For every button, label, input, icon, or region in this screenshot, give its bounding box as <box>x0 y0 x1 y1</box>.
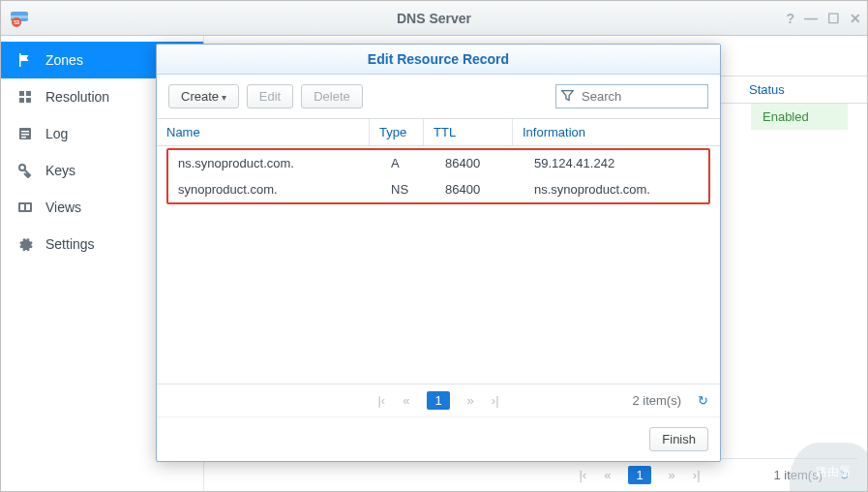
svg-rect-14 <box>20 204 24 210</box>
main-pager: |‹ « 1 » ›| 1 item(s) ↻ <box>422 458 857 485</box>
pager-last-icon[interactable]: ›| <box>492 393 499 408</box>
column-name[interactable]: Name <box>157 119 370 145</box>
pager-item-count: 1 item(s) <box>773 468 823 482</box>
svg-rect-6 <box>19 98 24 103</box>
pager-first-icon[interactable]: |‹ <box>377 393 385 408</box>
column-information[interactable]: Information <box>513 119 720 145</box>
edit-button[interactable]: Edit <box>247 84 293 108</box>
dialog-title: Edit Resource Record <box>157 45 720 75</box>
dialog-pager: |‹ « 1 » ›| 2 item(s) ↻ <box>157 384 720 416</box>
pager-item-count: 2 item(s) <box>632 393 681 408</box>
dialog-footer: Finish <box>157 416 720 461</box>
pager-current-page[interactable]: 1 <box>628 466 650 484</box>
gear-icon <box>16 235 34 253</box>
maximize-button[interactable]: ☐ <box>827 11 840 26</box>
minimize-button[interactable]: — <box>804 11 818 26</box>
pager-prev-icon[interactable]: « <box>604 468 611 482</box>
filter-icon <box>561 88 574 106</box>
dialog-toolbar: Create Edit Delete <box>157 75 720 118</box>
log-icon <box>16 125 34 142</box>
column-type[interactable]: Type <box>370 119 424 145</box>
delete-button[interactable]: Delete <box>301 84 363 108</box>
app-icon: 53 <box>9 8 30 29</box>
sidebar-item-label: Views <box>45 200 81 215</box>
pager-prev-icon[interactable]: « <box>403 393 409 408</box>
pager-current-page[interactable]: 1 <box>427 391 449 410</box>
window-title: DNS Server <box>1 11 867 26</box>
create-dropdown-button[interactable]: Create <box>168 84 239 108</box>
app-window: 53 DNS Server ? — ☐ ✕ Zones Resolution L… <box>0 0 868 492</box>
finish-button[interactable]: Finish <box>649 427 708 451</box>
svg-rect-7 <box>26 98 31 103</box>
status-cell: Enabled <box>751 104 848 130</box>
table-row[interactable]: synoproduct.com. NS 86400 ns.synoproduct… <box>168 176 708 202</box>
refresh-icon[interactable]: ↻ <box>698 393 708 408</box>
records-table: Name Type TTL Information ns.synoproduct… <box>157 118 720 384</box>
svg-rect-4 <box>19 91 24 96</box>
sidebar-item-label: Keys <box>45 163 75 178</box>
views-icon <box>16 199 34 216</box>
sidebar-item-label: Settings <box>45 236 95 252</box>
svg-rect-15 <box>26 204 30 210</box>
search-input[interactable] <box>555 84 708 108</box>
refresh-icon[interactable]: ↻ <box>839 468 850 482</box>
column-status[interactable]: Status <box>737 82 834 97</box>
svg-rect-5 <box>26 91 31 96</box>
sidebar-item-label: Log <box>45 126 68 141</box>
title-bar: 53 DNS Server ? — ☐ ✕ <box>1 1 867 36</box>
cell-type: A <box>381 150 435 176</box>
svg-rect-10 <box>21 134 29 136</box>
column-ttl[interactable]: TTL <box>424 119 513 145</box>
svg-text:53: 53 <box>14 19 19 25</box>
sidebar-item-label: Resolution <box>45 89 109 105</box>
help-button[interactable]: ? <box>786 11 794 26</box>
cell-name: synoproduct.com. <box>168 176 381 202</box>
highlight-annotation: ns.synoproduct.com. A 86400 59.124.41.24… <box>166 148 710 204</box>
cell-ttl: 86400 <box>435 176 524 202</box>
flag-icon <box>16 51 34 69</box>
svg-rect-11 <box>21 137 26 138</box>
table-header: Name Type TTL Information <box>157 118 720 146</box>
cell-type: NS <box>381 176 435 202</box>
key-icon <box>16 162 34 179</box>
resolution-icon <box>16 88 34 106</box>
cell-name: ns.synoproduct.com. <box>168 150 381 176</box>
close-button[interactable]: ✕ <box>850 11 861 26</box>
pager-next-icon[interactable]: » <box>467 393 474 408</box>
cell-ttl: 86400 <box>435 150 524 176</box>
svg-rect-9 <box>21 131 29 133</box>
pager-next-icon[interactable]: » <box>669 468 675 482</box>
svg-rect-1 <box>11 15 28 18</box>
sidebar-item-label: Zones <box>45 52 83 68</box>
cell-info: ns.synoproduct.com. <box>524 176 708 202</box>
table-row[interactable]: ns.synoproduct.com. A 86400 59.124.41.24… <box>168 150 708 176</box>
cell-info: 59.124.41.242 <box>524 150 708 176</box>
edit-resource-record-dialog: Edit Resource Record Create Edit Delete … <box>156 44 721 462</box>
pager-last-icon[interactable]: ›| <box>693 468 701 482</box>
pager-first-icon[interactable]: |‹ <box>579 468 586 482</box>
